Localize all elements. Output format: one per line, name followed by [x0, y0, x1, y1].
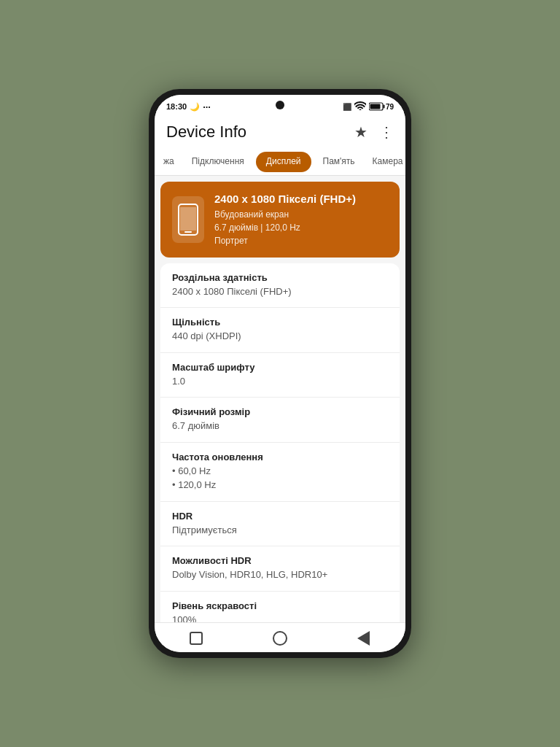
page-title: Device Info — [166, 123, 246, 142]
nav-bar — [155, 622, 405, 652]
info-label-physical-size: Фізичний розмір — [172, 406, 388, 417]
info-label-hdr-capabilities: Можливості HDR — [172, 555, 388, 566]
info-item-brightness-level: Рівень яскравості 100% — [160, 592, 400, 623]
info-value-resolution: 2400 x 1080 Пікселі (FHD+) — [172, 285, 388, 299]
info-item-hdr-capabilities: Можливості HDR Dolby Vision, HDR10, HLG,… — [160, 546, 400, 592]
tab-memory[interactable]: Пам'ять — [314, 149, 364, 175]
phone-display-icon — [178, 204, 198, 236]
tab-zha[interactable]: жа — [155, 149, 183, 175]
phone-icon-container — [172, 196, 204, 243]
status-left: 18:30 🌙 ··· — [166, 101, 211, 112]
home-icon — [273, 631, 287, 646]
camera-cutout — [276, 101, 284, 109]
info-label-resolution: Роздільна здатність — [172, 272, 388, 283]
info-value-physical-size: 6.7 дюймів — [172, 419, 388, 433]
info-item-density: Щільність 440 dpi (XHDPI) — [160, 308, 400, 353]
info-item-hdr: HDR Підтримується — [160, 502, 400, 547]
info-label-refresh-rate: Частота оновлення — [172, 452, 388, 462]
info-label-density: Щільність — [172, 317, 388, 328]
tab-display[interactable]: Дисплей — [256, 152, 311, 172]
svg-rect-4 — [180, 207, 196, 231]
header-icons: ★ ⋮ — [354, 123, 394, 141]
display-resolution-title: 2400 x 1080 Пікселі (FHD+) — [214, 192, 356, 206]
tabs-container: жа Підключення Дисплей Пам'ять Камера — [155, 149, 405, 176]
info-value-hdr-capabilities: Dolby Vision, HDR10, HLG, HDR10+ — [172, 568, 388, 582]
menu-icon[interactable]: ⋮ — [379, 123, 394, 141]
display-screen-type: Вбудований екран 6.7 дюймів | 120,0 Hz П… — [214, 208, 356, 247]
battery-level: 79 — [386, 103, 394, 111]
home-button[interactable] — [271, 629, 289, 648]
app-header: Device Info ★ ⋮ — [155, 115, 405, 149]
screenshot-icon: ⬛ — [343, 103, 351, 111]
recent-apps-icon — [190, 632, 203, 645]
info-item-font-scale: Масштаб шрифту 1.0 — [160, 353, 400, 398]
back-icon — [357, 631, 370, 646]
tab-camera[interactable]: Камера — [364, 149, 405, 175]
info-label-brightness-level: Рівень яскравості — [172, 600, 388, 611]
display-info-card: 2400 x 1080 Пікселі (FHD+) Вбудований ек… — [160, 182, 400, 258]
info-item-refresh-rate: Частота оновлення • 60,0 Hz • 120,0 Hz — [160, 443, 400, 502]
dots-icon: ··· — [203, 101, 211, 112]
bookmark-icon[interactable]: ★ — [354, 123, 368, 141]
info-value-brightness-level: 100% — [172, 613, 388, 623]
status-time: 18:30 — [166, 102, 187, 111]
phone-frame: 18:30 🌙 ··· ⬛ 79 — [149, 89, 411, 658]
phone-screen: 18:30 🌙 ··· ⬛ 79 — [155, 95, 405, 652]
tab-connections[interactable]: Підключення — [183, 149, 253, 175]
recent-apps-button[interactable] — [187, 629, 206, 648]
info-label-hdr: HDR — [172, 511, 388, 522]
info-item-resolution: Роздільна здатність 2400 x 1080 Пікселі … — [160, 263, 400, 309]
moon-icon: 🌙 — [190, 102, 200, 112]
main-content: 2400 x 1080 Пікселі (FHD+) Вбудований ек… — [155, 176, 405, 622]
status-right: ⬛ 79 — [343, 101, 394, 112]
display-card-text: 2400 x 1080 Пікселі (FHD+) Вбудований ек… — [214, 192, 356, 247]
info-value-refresh-rate: • 60,0 Hz • 120,0 Hz — [172, 464, 388, 492]
back-button[interactable] — [354, 629, 373, 648]
info-label-font-scale: Масштаб шрифту — [172, 362, 388, 373]
info-list: Роздільна здатність 2400 x 1080 Пікселі … — [160, 263, 400, 623]
info-value-font-scale: 1.0 — [172, 374, 388, 389]
svg-rect-2 — [370, 104, 380, 109]
info-value-density: 440 dpi (XHDPI) — [172, 329, 388, 344]
battery-icon: 79 — [369, 102, 394, 111]
info-value-hdr: Підтримується — [172, 523, 388, 538]
svg-rect-1 — [383, 105, 384, 109]
wifi-icon — [354, 101, 366, 112]
info-item-physical-size: Фізичний розмір 6.7 дюймів — [160, 398, 400, 443]
